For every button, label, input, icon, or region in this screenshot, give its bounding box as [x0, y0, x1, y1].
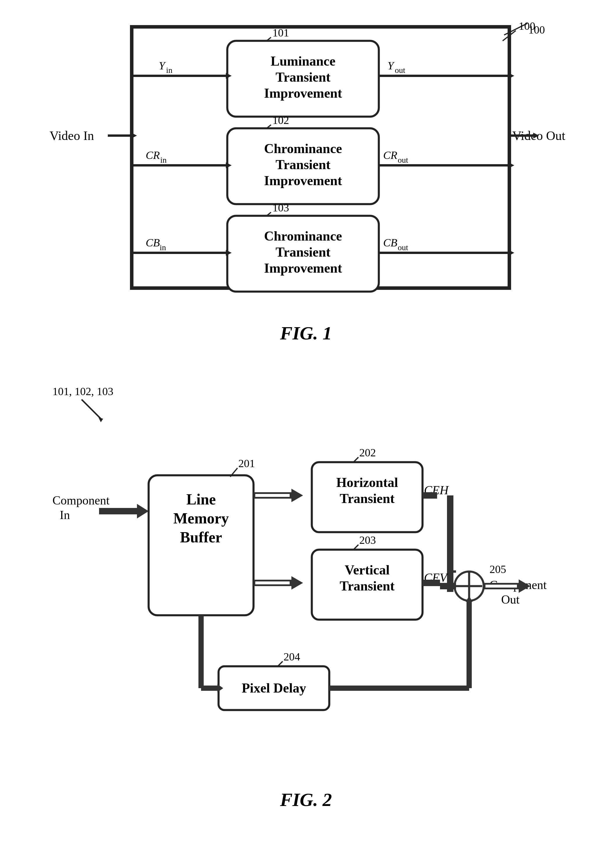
svg-text:Vertical: Vertical [345, 562, 390, 577]
svg-marker-56 [137, 504, 149, 518]
svg-text:201: 201 [238, 457, 255, 469]
svg-text:202: 202 [359, 446, 376, 459]
fig1-container: 100 Video In Video Out 100 [44, 18, 568, 353]
svg-text:101, 102, 103: 101, 102, 103 [53, 385, 113, 397]
svg-text:Pixel Delay: Pixel Delay [242, 681, 306, 696]
fig2-label: FIG. 2 [280, 789, 332, 811]
fig2-svg: 101, 102, 103 Component In 201 Line Memo… [44, 379, 568, 802]
fig1-outer-box [131, 26, 510, 289]
svg-rect-80 [255, 581, 290, 584]
svg-text:In: In [60, 508, 70, 522]
svg-line-51 [82, 400, 102, 420]
svg-text:Out: Out [501, 593, 519, 606]
svg-text:205: 205 [490, 563, 506, 575]
svg-text:203: 203 [359, 534, 376, 546]
svg-rect-72 [422, 492, 437, 499]
svg-rect-69 [255, 494, 290, 497]
svg-text:Memory: Memory [173, 510, 229, 527]
svg-text:Transient: Transient [340, 491, 395, 506]
svg-text:Transient: Transient [340, 578, 395, 593]
svg-rect-83 [422, 580, 440, 586]
svg-text:Horizontal: Horizontal [336, 475, 398, 490]
svg-marker-81 [291, 576, 303, 590]
video-in-label: Video In [50, 128, 94, 143]
svg-text:Buffer: Buffer [180, 529, 222, 546]
svg-text:Line: Line [186, 491, 216, 508]
svg-rect-55 [99, 508, 137, 514]
svg-marker-70 [291, 489, 303, 502]
page: 100 Video In Video Out 100 [0, 0, 616, 843]
video-out-label: Video Out [512, 128, 565, 143]
svg-marker-52 [98, 418, 103, 422]
fig1-label: FIG. 1 [280, 322, 332, 344]
svg-text:204: 204 [283, 650, 300, 663]
svg-rect-95 [485, 585, 517, 588]
svg-text:Component: Component [53, 494, 110, 507]
fig2-container: 101, 102, 103 Component In 201 Line Memo… [44, 379, 568, 817]
